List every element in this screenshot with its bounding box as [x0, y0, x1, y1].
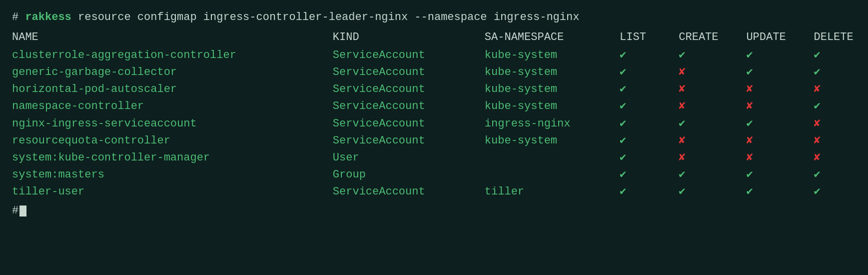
table-cell: nginx-ingress-serviceaccount — [12, 116, 333, 132]
check-icon: ✔ — [620, 66, 626, 78]
cursor — [19, 206, 26, 216]
check-icon: ✔ — [620, 100, 626, 112]
table-cell — [485, 150, 620, 166]
table-cell: ingress-nginx — [485, 116, 620, 132]
check-icon: ✔ — [814, 66, 821, 78]
cross-icon: ✘ — [746, 100, 753, 112]
table-cell: ServiceAccount — [333, 47, 485, 64]
check-icon: ✔ — [746, 66, 753, 78]
check-icon: ✔ — [679, 118, 685, 130]
table-cell: User — [333, 150, 485, 166]
table-cell: ✔ — [620, 47, 679, 64]
results-table: NAME KIND SA-NAMESPACE LIST CREATE UPDAT… — [12, 29, 856, 200]
table-cell — [485, 166, 620, 184]
check-icon: ✔ — [746, 118, 753, 130]
header-delete: DELETE — [814, 29, 856, 47]
table-cell: tiller-user — [12, 184, 333, 200]
table-cell: horizontal-pod-autoscaler — [12, 81, 333, 98]
cross-icon: ✘ — [746, 152, 753, 164]
prompt-symbol: # — [12, 202, 18, 220]
table-cell: ✔ — [620, 132, 679, 150]
check-icon: ✔ — [746, 168, 753, 181]
table-row: resourcequota-controllerServiceAccountku… — [12, 132, 856, 150]
table-cell: resourcequota-controller — [12, 132, 333, 150]
cross-icon: ✘ — [679, 134, 685, 147]
terminal: # rakkess resource configmap ingress-con… — [12, 9, 856, 266]
check-icon: ✔ — [620, 186, 626, 198]
table-cell: ✔ — [620, 64, 679, 81]
table-cell: Group — [333, 166, 485, 184]
check-icon: ✔ — [679, 168, 685, 181]
table-cell: system:kube-controller-manager — [12, 150, 333, 166]
table-cell: ✔ — [746, 47, 814, 64]
table-cell: ✔ — [679, 47, 746, 64]
check-icon: ✔ — [814, 186, 821, 198]
cross-icon: ✘ — [679, 100, 685, 112]
check-icon: ✔ — [620, 152, 626, 164]
table-row: tiller-userServiceAccounttiller✔✔✔✔ — [12, 184, 856, 200]
table-cell: ✘ — [679, 150, 746, 166]
table-row: generic-garbage-collectorServiceAccountk… — [12, 64, 856, 81]
prompt-hash: # — [12, 11, 25, 24]
table-cell: ✔ — [814, 98, 856, 115]
cross-icon: ✘ — [746, 83, 753, 96]
cross-icon: ✘ — [746, 134, 753, 147]
table-cell: ✔ — [814, 47, 856, 64]
table-cell: kube-system — [485, 132, 620, 150]
table-cell: ServiceAccount — [333, 116, 485, 132]
header-sa-namespace: SA-NAMESPACE — [485, 29, 620, 47]
header-list: LIST — [620, 29, 679, 47]
table-cell: generic-garbage-collector — [12, 64, 333, 81]
cross-icon: ✘ — [679, 83, 685, 96]
cross-icon: ✘ — [814, 134, 821, 147]
check-icon: ✔ — [620, 83, 626, 96]
header-update: UPDATE — [746, 29, 814, 47]
table-cell: kube-system — [485, 98, 620, 115]
table-row: horizontal-pod-autoscalerServiceAccountk… — [12, 81, 856, 98]
table-cell: ✘ — [814, 81, 856, 98]
check-icon: ✔ — [679, 186, 685, 198]
table-row: system:kube-controller-managerUser✔✘✘✘ — [12, 150, 856, 166]
cross-icon: ✘ — [814, 152, 821, 164]
table-cell: ServiceAccount — [333, 98, 485, 115]
table-cell: ServiceAccount — [333, 81, 485, 98]
table-cell: kube-system — [485, 47, 620, 64]
table-cell: ✘ — [814, 132, 856, 150]
table-cell: ✔ — [814, 166, 856, 184]
table-cell: ✔ — [620, 184, 679, 200]
table-cell: kube-system — [485, 64, 620, 81]
table-cell: ✘ — [746, 81, 814, 98]
table-row: nginx-ingress-serviceaccountServiceAccou… — [12, 116, 856, 132]
table-cell: ✔ — [620, 98, 679, 115]
table-cell: ✔ — [814, 64, 856, 81]
table-cell: ✔ — [746, 116, 814, 132]
table-cell: ✔ — [620, 116, 679, 132]
table-cell: ServiceAccount — [333, 64, 485, 81]
table-cell: ✘ — [679, 64, 746, 81]
table-cell: ✔ — [679, 184, 746, 200]
cross-icon: ✘ — [679, 66, 685, 78]
check-icon: ✔ — [679, 49, 685, 62]
cross-icon: ✘ — [814, 118, 821, 130]
check-icon: ✔ — [620, 118, 626, 130]
table-cell: ✘ — [679, 98, 746, 115]
cross-icon: ✘ — [679, 152, 685, 164]
table-cell: tiller — [485, 184, 620, 200]
table-cell: ✘ — [814, 150, 856, 166]
cross-icon: ✘ — [814, 83, 821, 96]
check-icon: ✔ — [620, 168, 626, 181]
table-cell: ✔ — [679, 116, 746, 132]
table-header-row: NAME KIND SA-NAMESPACE LIST CREATE UPDAT… — [12, 29, 856, 47]
header-name: NAME — [12, 29, 333, 47]
check-icon: ✔ — [620, 134, 626, 147]
table-cell: ✔ — [679, 166, 746, 184]
table-cell: ✘ — [679, 132, 746, 150]
table-cell: system:masters — [12, 166, 333, 184]
table-cell: kube-system — [485, 81, 620, 98]
check-icon: ✔ — [814, 168, 821, 181]
header-kind: KIND — [333, 29, 485, 47]
table-row: namespace-controllerServiceAccountkube-s… — [12, 98, 856, 115]
table-cell: clusterrole-aggregation-controller — [12, 47, 333, 64]
command-tool: rakkess — [25, 11, 71, 24]
check-icon: ✔ — [814, 49, 821, 62]
